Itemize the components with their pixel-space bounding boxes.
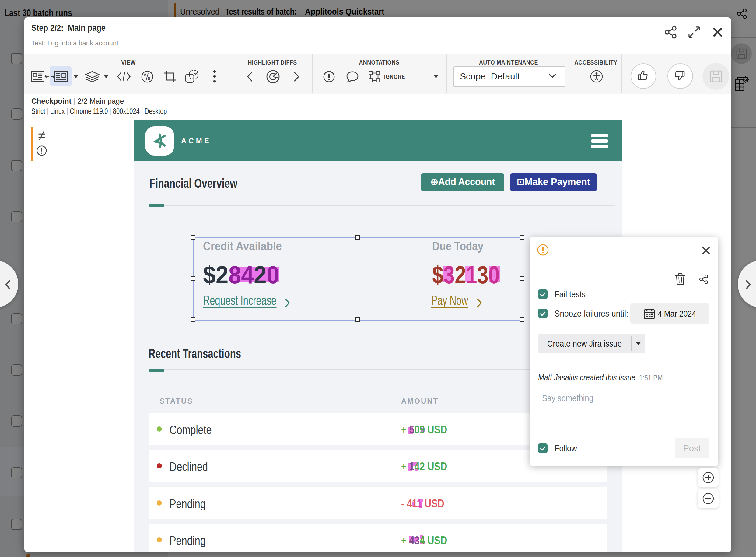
svg-text:B: B	[148, 77, 150, 81]
svg-text:A: A	[144, 72, 147, 77]
